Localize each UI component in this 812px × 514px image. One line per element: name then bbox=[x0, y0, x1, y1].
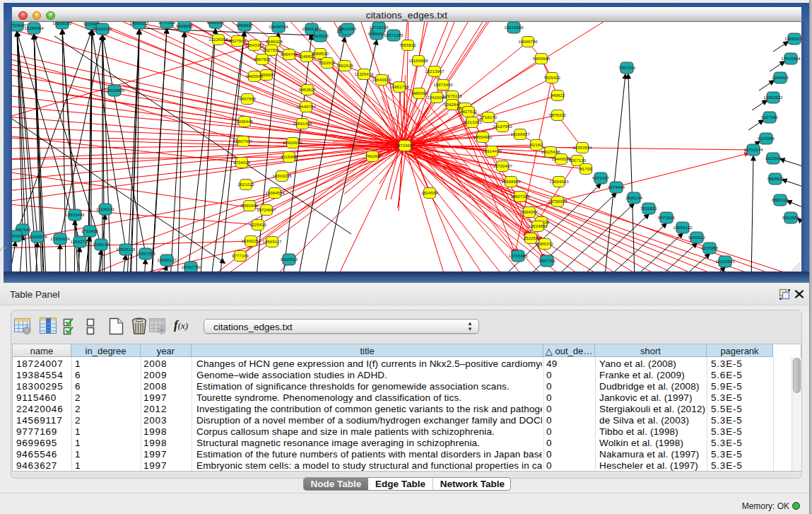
svg-text:12505135: 12505135 bbox=[116, 247, 136, 252]
svg-text:8267130: 8267130 bbox=[569, 158, 587, 163]
svg-text:19218506: 19218506 bbox=[504, 25, 524, 30]
svg-text:10107553: 10107553 bbox=[493, 124, 512, 129]
svg-text:19166827: 19166827 bbox=[510, 132, 530, 136]
svg-text:2935134: 2935134 bbox=[625, 195, 643, 200]
svg-text:9465546: 9465546 bbox=[246, 74, 264, 78]
svg-text:10688609: 10688609 bbox=[501, 179, 521, 184]
svg-text:9465546: 9465546 bbox=[207, 22, 225, 25]
svg-text:16914479: 16914479 bbox=[482, 148, 502, 153]
svg-text:7357214: 7357214 bbox=[618, 65, 636, 70]
svg-text:2036446: 2036446 bbox=[236, 119, 254, 124]
svg-text:16640910: 16640910 bbox=[372, 77, 392, 82]
svg-text:10543362: 10543362 bbox=[245, 42, 264, 47]
svg-text:11136141: 11136141 bbox=[96, 206, 115, 211]
svg-text:1733426: 1733426 bbox=[81, 228, 99, 233]
svg-text:8471626: 8471626 bbox=[658, 215, 676, 220]
svg-text:20053346: 20053346 bbox=[12, 233, 25, 238]
svg-text:252254: 252254 bbox=[524, 235, 539, 240]
svg-text:18724007: 18724007 bbox=[395, 143, 415, 148]
svg-text:18807249: 18807249 bbox=[510, 194, 530, 199]
svg-text:9527508: 9527508 bbox=[229, 38, 247, 43]
svg-text:12093822: 12093822 bbox=[763, 95, 783, 100]
svg-text:16648784: 16648784 bbox=[269, 24, 288, 29]
svg-text:9084067: 9084067 bbox=[521, 209, 539, 214]
svg-text:1621022: 1621022 bbox=[237, 182, 255, 187]
svg-text:14569117: 14569117 bbox=[129, 22, 149, 25]
svg-text:9734028: 9734028 bbox=[233, 160, 251, 165]
svg-text:1588520: 1588520 bbox=[312, 51, 329, 56]
svg-text:13716485: 13716485 bbox=[508, 253, 528, 258]
svg-text:12213967: 12213967 bbox=[425, 69, 445, 74]
svg-text:9657791: 9657791 bbox=[539, 258, 556, 263]
svg-text:10807487: 10807487 bbox=[233, 139, 253, 144]
svg-text:8912954: 8912954 bbox=[782, 215, 800, 220]
svg-text:6990448: 6990448 bbox=[241, 203, 259, 208]
svg-text:22420046: 22420046 bbox=[93, 26, 112, 31]
svg-text:8322037: 8322037 bbox=[319, 60, 336, 65]
svg-text:5878332: 5878332 bbox=[549, 112, 567, 117]
svg-text:12823446: 12823446 bbox=[65, 212, 85, 217]
svg-text:9245612: 9245612 bbox=[688, 235, 706, 240]
svg-text:20691406: 20691406 bbox=[293, 121, 312, 126]
svg-text:6479197: 6479197 bbox=[592, 175, 610, 180]
svg-text:16648784: 16648784 bbox=[296, 104, 316, 109]
svg-text:8454749: 8454749 bbox=[281, 52, 298, 57]
svg-text:9777169: 9777169 bbox=[158, 22, 176, 25]
svg-text:2967608: 2967608 bbox=[254, 57, 271, 62]
svg-text:9129996: 9129996 bbox=[758, 136, 775, 141]
svg-text:17016504: 17016504 bbox=[781, 56, 801, 61]
svg-text:16210643: 16210643 bbox=[715, 259, 735, 264]
svg-text:1112503: 1112503 bbox=[765, 156, 782, 160]
svg-text:1244415: 1244415 bbox=[772, 75, 789, 80]
svg-text:9227342: 9227342 bbox=[761, 115, 779, 119]
svg-text:7485063: 7485063 bbox=[411, 90, 428, 95]
svg-text:10719155: 10719155 bbox=[369, 25, 389, 30]
svg-text:12353594: 12353594 bbox=[572, 145, 592, 150]
svg-text:10654122: 10654122 bbox=[673, 225, 693, 230]
svg-text:19756928: 19756928 bbox=[548, 199, 567, 204]
svg-text:7625402: 7625402 bbox=[543, 75, 561, 80]
svg-text:10358137: 10358137 bbox=[157, 257, 177, 262]
svg-text:15300257: 15300257 bbox=[241, 238, 261, 243]
svg-text:22420046: 22420046 bbox=[283, 140, 302, 145]
svg-text:746266: 746266 bbox=[365, 153, 380, 158]
svg-text:15720407: 15720407 bbox=[493, 163, 512, 168]
svg-text:18724007: 18724007 bbox=[257, 207, 276, 212]
svg-text:9777169: 9777169 bbox=[232, 253, 249, 258]
svg-text:3215958: 3215958 bbox=[701, 245, 719, 250]
svg-text:11325419: 11325419 bbox=[354, 71, 374, 76]
svg-text:1145194: 1145194 bbox=[93, 242, 110, 247]
svg-text:13692971: 13692971 bbox=[784, 36, 801, 41]
svg-text:8660123: 8660123 bbox=[772, 197, 789, 202]
svg-text:10046786: 10046786 bbox=[518, 39, 538, 44]
svg-text:7955812: 7955812 bbox=[399, 42, 417, 47]
svg-text:19654982: 19654982 bbox=[473, 134, 493, 139]
svg-text:2718170: 2718170 bbox=[480, 115, 498, 119]
svg-text:8938913: 8938913 bbox=[281, 257, 298, 262]
svg-text:7663822: 7663822 bbox=[767, 176, 784, 181]
svg-text:12213363: 12213363 bbox=[462, 119, 482, 124]
svg-text:14569117: 14569117 bbox=[262, 239, 282, 244]
svg-text:8427512: 8427512 bbox=[460, 109, 478, 114]
svg-text:9115460: 9115460 bbox=[281, 154, 298, 159]
svg-text:949822: 949822 bbox=[551, 93, 565, 98]
svg-text:7515525: 7515525 bbox=[312, 33, 329, 38]
svg-text:19384554: 19384554 bbox=[24, 25, 44, 30]
svg-text:20206578: 20206578 bbox=[28, 234, 47, 239]
svg-text:9463627: 9463627 bbox=[236, 23, 254, 28]
svg-text:7386372: 7386372 bbox=[536, 241, 554, 246]
svg-text:16154808: 16154808 bbox=[408, 58, 428, 63]
svg-text:10671385: 10671385 bbox=[384, 33, 404, 37]
svg-text:81700: 81700 bbox=[579, 166, 592, 171]
svg-text:9699695: 9699695 bbox=[176, 23, 194, 28]
svg-text:18300295: 18300295 bbox=[52, 22, 72, 25]
svg-text:1562615: 1562615 bbox=[336, 63, 354, 68]
svg-text:16961758: 16961758 bbox=[389, 84, 409, 89]
svg-text:19384554: 19384554 bbox=[265, 190, 285, 195]
svg-text:17359924: 17359924 bbox=[50, 236, 70, 241]
svg-text:12942737: 12942737 bbox=[70, 239, 90, 244]
svg-text:9527501: 9527501 bbox=[263, 47, 281, 52]
svg-text:10025438: 10025438 bbox=[541, 149, 560, 154]
svg-text:13654923: 13654923 bbox=[549, 179, 569, 184]
svg-text:7632621: 7632621 bbox=[640, 206, 658, 211]
